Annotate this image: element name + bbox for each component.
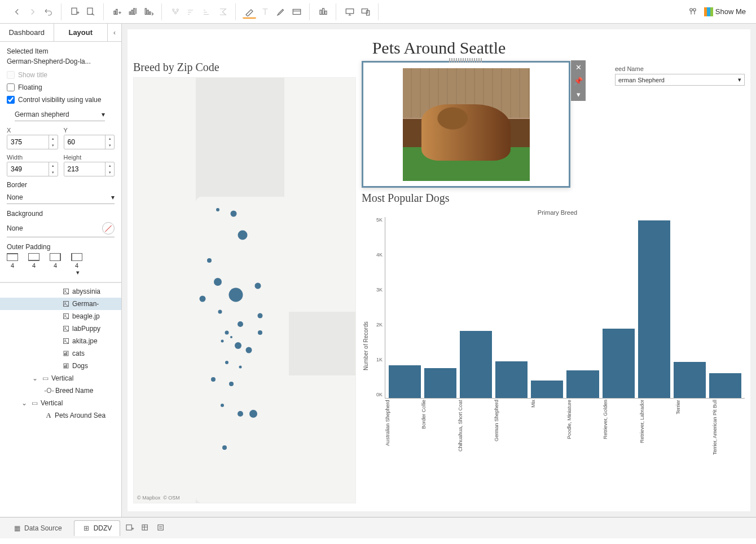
- border-dropdown[interactable]: None▾: [7, 191, 115, 204]
- hierarchy-item[interactable]: akita.jpe: [0, 335, 121, 347]
- hierarchy-item[interactable]: beagle.jp: [0, 310, 121, 322]
- map-bubble[interactable]: [211, 377, 216, 382]
- hierarchy-item[interactable]: APets Around Sea: [0, 409, 121, 422]
- new-sheet-button[interactable]: [68, 5, 82, 19]
- totals-button[interactable]: [216, 5, 230, 19]
- undo-button[interactable]: [42, 5, 55, 19]
- map-bubble[interactable]: [214, 278, 222, 286]
- sort-asc-button[interactable]: [126, 5, 140, 19]
- hierarchy-item[interactable]: Dogs: [0, 360, 121, 372]
- container-button[interactable]: [290, 5, 304, 19]
- collapse-panel-button[interactable]: ‹: [108, 29, 121, 37]
- height-input[interactable]: ▴▾: [64, 162, 115, 176]
- breed-select-dropdown[interactable]: erman Shepherd▾: [615, 74, 745, 86]
- map-view[interactable]: © Mapbox © OSM: [133, 77, 356, 503]
- map-bubble[interactable]: [235, 342, 241, 349]
- map-bubble[interactable]: [199, 296, 205, 302]
- find-button[interactable]: [686, 5, 700, 19]
- swap-button[interactable]: [111, 5, 124, 19]
- outer-padding-controls[interactable]: 4 4 4 4 ▾: [7, 253, 115, 276]
- hierarchy-item[interactable]: ⌄▭Vertical: [0, 372, 121, 384]
- bar[interactable]: [603, 329, 635, 398]
- map-bubble[interactable]: [230, 211, 236, 217]
- map-bubble[interactable]: [239, 365, 241, 368]
- bottom-tab-bar: ▦Data Source ⊞DDZV: [0, 517, 756, 538]
- group-button[interactable]: [169, 5, 182, 19]
- map-bubble[interactable]: [216, 208, 219, 211]
- map-bubble[interactable]: [246, 347, 252, 353]
- hierarchy-item[interactable]: ⌄▭Vertical: [0, 397, 121, 409]
- hierarchy-item[interactable]: cats: [0, 347, 121, 360]
- new-story-button[interactable]: [155, 522, 168, 534]
- show-title-checkbox[interactable]: Show title: [7, 71, 115, 79]
- hierarchy-item[interactable]: German-: [0, 298, 121, 310]
- bar[interactable]: [531, 381, 563, 398]
- new-dashboard-button[interactable]: [139, 522, 152, 534]
- hierarchy-item[interactable]: -O-Breed Name: [0, 384, 121, 397]
- control-visibility-dropdown[interactable]: German shepherd▾: [15, 108, 105, 121]
- floating-checkbox[interactable]: Floating: [7, 83, 115, 91]
- map-bubble[interactable]: [229, 382, 234, 386]
- bar[interactable]: [460, 331, 492, 398]
- y-input[interactable]: ▴▾: [64, 135, 115, 149]
- tab-dashboard[interactable]: Dashboard: [0, 24, 54, 41]
- bar-chart[interactable]: Number of Records Primary Breed 5K4K3K2K…: [362, 208, 745, 484]
- bar[interactable]: [389, 365, 421, 398]
- map-bubble[interactable]: [258, 313, 263, 319]
- sort-bar-desc-button[interactable]: [200, 5, 214, 19]
- fit-dropdown[interactable]: [317, 5, 330, 19]
- map-bubble[interactable]: [230, 336, 232, 338]
- forward-button[interactable]: [26, 5, 39, 19]
- hierarchy-item[interactable]: labPuppy: [0, 322, 121, 335]
- bar[interactable]: [566, 370, 599, 398]
- map-bubble[interactable]: [222, 445, 227, 450]
- annotate-button[interactable]: [274, 5, 288, 19]
- dashboard-canvas[interactable]: Pets Around Seattle Breed by Zip Code © …: [122, 24, 756, 517]
- tab-layout[interactable]: Layout: [54, 24, 108, 41]
- text-button[interactable]: [258, 5, 272, 19]
- map-bubble[interactable]: [225, 361, 228, 364]
- x-input[interactable]: ▴▾: [7, 135, 58, 149]
- duplicate-sheet-button[interactable]: [84, 5, 98, 19]
- presentation-button[interactable]: [343, 5, 357, 19]
- back-button[interactable]: [10, 5, 24, 19]
- width-input[interactable]: ▴▾: [7, 162, 58, 176]
- sort-bar-asc-button[interactable]: [184, 5, 198, 19]
- svg-point-10: [173, 8, 174, 10]
- map-bubble[interactable]: [249, 410, 257, 418]
- map-bubble[interactable]: [238, 321, 243, 327]
- map-bubble[interactable]: [207, 258, 212, 263]
- map-bubble[interactable]: [225, 331, 229, 335]
- hierarchy-item[interactable]: abyssinia: [0, 285, 121, 298]
- bar[interactable]: [495, 361, 528, 398]
- map-bubble[interactable]: [255, 283, 261, 289]
- height-label: Height: [64, 154, 115, 161]
- bar[interactable]: [674, 362, 706, 398]
- new-worksheet-button[interactable]: [124, 522, 136, 534]
- svg-rect-38: [158, 525, 163, 530]
- map-bubble[interactable]: [238, 230, 247, 240]
- svg-rect-32: [66, 352, 67, 355]
- control-visibility-checkbox[interactable]: Control visibility using value: [7, 96, 115, 104]
- bar[interactable]: [709, 373, 741, 398]
- device-button[interactable]: [359, 5, 372, 19]
- highlight-button[interactable]: [243, 5, 256, 19]
- background-dropdown[interactable]: None: [7, 220, 115, 237]
- map-bubble[interactable]: [218, 309, 222, 313]
- more-icon[interactable]: ▾: [571, 87, 586, 101]
- show-me-button[interactable]: Show Me: [704, 7, 746, 16]
- map-bubble[interactable]: [228, 288, 243, 302]
- map-bubble[interactable]: [238, 411, 243, 417]
- tab-data-source[interactable]: ▦Data Source: [5, 520, 71, 536]
- map-bubble[interactable]: [258, 330, 262, 335]
- pin-icon[interactable]: 📌: [571, 74, 586, 87]
- floating-image-object[interactable]: ✕ 📌 ▾: [362, 61, 570, 188]
- map-bubble[interactable]: [221, 340, 224, 343]
- bar[interactable]: [638, 220, 670, 398]
- sort-desc-button[interactable]: [142, 5, 156, 19]
- tab-ddzv[interactable]: ⊞DDZV: [74, 520, 121, 536]
- drag-handle[interactable]: [449, 58, 483, 63]
- map-bubble[interactable]: [221, 404, 224, 407]
- bar[interactable]: [424, 368, 456, 398]
- close-icon[interactable]: ✕: [571, 60, 586, 74]
